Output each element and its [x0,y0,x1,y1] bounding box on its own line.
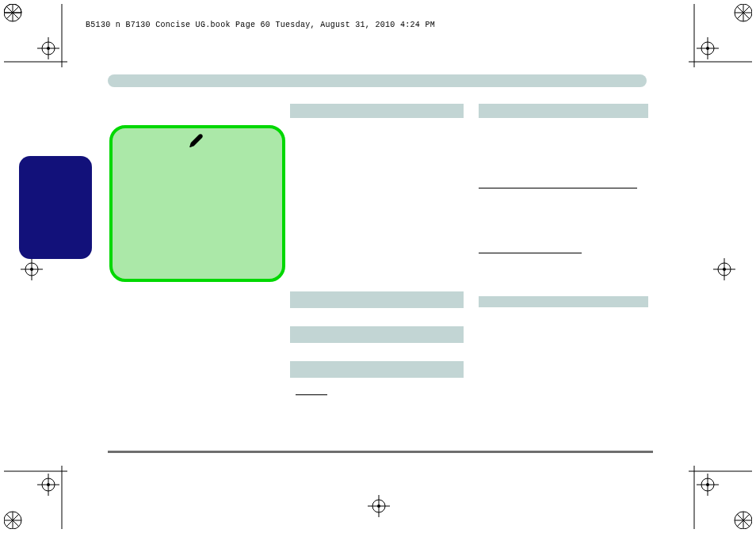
column-left-subhead-3 [290,361,464,378]
column-right-heading-2 [479,296,648,307]
page-title-bar [108,74,647,87]
crop-mark-bottom-right [689,466,752,529]
registration-left-icon [21,258,43,280]
svg-point-47 [30,268,33,271]
crop-mark-bottom-left [4,466,67,529]
svg-point-43 [706,483,709,486]
crop-mark-top-right [689,4,752,67]
svg-point-10 [47,47,50,50]
underline-3 [296,394,327,395]
column-right-heading [479,104,648,118]
footer-rule [108,451,653,453]
column-left-subhead-1 [290,291,464,308]
running-head: B5130 n B7130 Concise UG.book Page 60 Tu… [86,21,435,29]
underline-2 [479,253,582,253]
column-left-subhead-2 [290,326,464,343]
svg-point-21 [706,47,709,50]
crop-mark-top-left [4,4,67,67]
svg-point-55 [377,504,380,508]
side-tab [19,156,92,259]
column-left-heading [290,104,464,118]
registration-bottom-icon [368,495,390,517]
registration-right-icon [713,258,735,280]
svg-point-32 [47,483,50,486]
pen-icon [188,133,204,151]
underline-1 [479,188,637,188]
svg-point-51 [723,268,726,271]
